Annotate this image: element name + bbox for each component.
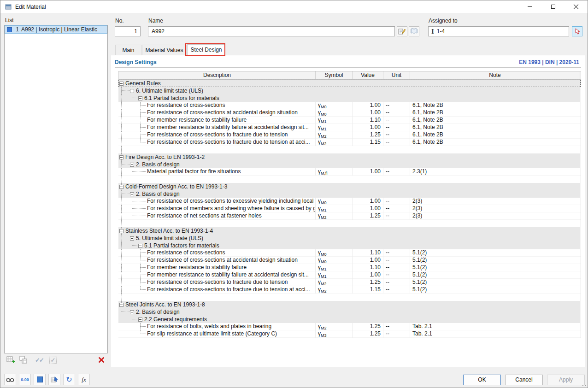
setting-note: 5.1(2): [410, 264, 580, 271]
table-row[interactable]: For resistance of cross-sections at acci…: [118, 109, 581, 117]
collapse-icon[interactable]: [119, 229, 123, 233]
resize-grip[interactable]: [580, 382, 586, 386]
setting-value[interactable]: 1.00: [353, 205, 383, 212]
table-row[interactable]: For resistance of bolts, welds and plate…: [118, 323, 581, 330]
minimize-button[interactable]: [518, 0, 541, 13]
table-group-row[interactable]: Fire Design Acc. to EN 1993-1-2: [118, 153, 581, 161]
setting-value[interactable]: 1.00: [353, 257, 383, 264]
color-swatch-button[interactable]: [34, 374, 46, 385]
collapse-icon[interactable]: [130, 89, 134, 93]
setting-value[interactable]: 1.00: [353, 102, 383, 109]
table-group-row[interactable]: 6.1 Partial factors for materials: [118, 94, 581, 102]
cancel-button[interactable]: Cancel: [505, 375, 543, 385]
setting-value[interactable]: 1.10: [353, 249, 383, 257]
table-group-row[interactable]: 2.2 General requirements: [118, 316, 581, 323]
table-row[interactable]: For member resistance to stability failu…: [118, 264, 581, 271]
table-group-row[interactable]: 5. Ultimate limit state (ULS): [118, 235, 581, 242]
setting-value[interactable]: 1.00: [353, 168, 383, 176]
edit-name-button[interactable]: [397, 26, 407, 36]
table-row[interactable]: For resistance of cross-sectionsγM01.00-…: [118, 102, 581, 109]
table-row[interactable]: For member resistance to stability failu…: [118, 271, 581, 279]
table-row[interactable]: For resistance of cross-sections to frac…: [118, 286, 581, 294]
material-name-input[interactable]: A992: [148, 26, 395, 36]
table-row[interactable]: For resistance of members and sheeting w…: [118, 205, 581, 212]
assigned-to-input[interactable]: I 1-4: [428, 26, 569, 36]
ok-button[interactable]: OK: [463, 375, 501, 385]
table-row[interactable]: For resistance of cross-sections to exce…: [118, 198, 581, 205]
collapse-icon[interactable]: [130, 236, 134, 241]
material-library-button[interactable]: [409, 26, 419, 36]
collapse-icon[interactable]: [138, 244, 142, 248]
table-group-row[interactable]: Cold-Formed Design Acc. to EN 1993-1-3: [118, 183, 581, 190]
setting-value[interactable]: 1.15: [353, 139, 383, 146]
table-row[interactable]: For resistance of cross-sectionsγM01.10-…: [118, 249, 581, 257]
collapse-icon[interactable]: [119, 82, 123, 86]
setting-value[interactable]: 1.25: [353, 330, 383, 338]
table-group-row[interactable]: 2. Basis of design: [118, 161, 581, 168]
formula-button[interactable]: fx: [78, 374, 90, 385]
collapse-icon[interactable]: [119, 303, 123, 307]
collapse-icon[interactable]: [119, 185, 123, 189]
select-dependent-button[interactable]: ✓✓: [34, 355, 45, 365]
collapse-icon[interactable]: [138, 317, 142, 322]
table-group-row[interactable]: Stainless Steel Acc. to EN 1993-1-4: [118, 227, 581, 235]
setting-symbol: γM2: [316, 286, 353, 294]
setting-value[interactable]: 1.25: [353, 279, 383, 286]
apply-button[interactable]: Apply: [547, 375, 585, 385]
table-spacer-row: [118, 176, 581, 183]
assign-table-button[interactable]: [48, 374, 60, 385]
units-settings-button[interactable]: 0.00: [19, 374, 31, 385]
table-group-row[interactable]: 2. Basis of design: [118, 190, 581, 198]
display-properties-button[interactable]: [4, 374, 16, 385]
setting-value[interactable]: 1.00: [353, 198, 383, 205]
setting-value[interactable]: 1.25: [353, 323, 383, 330]
refresh-button[interactable]: ↻: [63, 374, 75, 385]
new-material-button[interactable]: [5, 355, 16, 365]
list-item[interactable]: 1A992 | Isotropic | Linear Elastic: [5, 25, 107, 34]
setting-value[interactable]: 1.00: [353, 271, 383, 279]
collapse-icon[interactable]: [130, 192, 134, 196]
setting-note: 2(3): [410, 205, 580, 212]
collapse-icon[interactable]: [119, 155, 123, 159]
select-all-button[interactable]: ✓: [47, 355, 59, 365]
collapse-icon[interactable]: [130, 310, 134, 314]
table-row[interactable]: For resistance of cross-sections to frac…: [118, 139, 581, 146]
tab-steel-design[interactable]: Steel Design: [187, 44, 225, 55]
setting-value[interactable]: 1.25: [353, 131, 383, 139]
table-group-row[interactable]: 6. Ultimate limit state (ULS): [118, 87, 581, 94]
material-list[interactable]: 1A992 | Isotropic | Linear Elastic: [4, 25, 108, 353]
table-row[interactable]: For resistance of cross-sections to frac…: [118, 131, 581, 139]
tab-main[interactable]: Main: [115, 45, 141, 55]
setting-value[interactable]: 1.10: [353, 264, 383, 271]
setting-note: 5.1(2): [410, 279, 580, 286]
setting-value[interactable]: 1.10: [353, 117, 383, 124]
pick-objects-button[interactable]: [572, 26, 582, 36]
table-row[interactable]: For resistance of cross-sections to frac…: [118, 279, 581, 286]
table-row[interactable]: For slip resistance at ultimate limit st…: [118, 330, 581, 338]
collapse-icon[interactable]: [138, 96, 142, 100]
table-group-row[interactable]: 2. Basis of design: [118, 308, 581, 316]
design-standard-label[interactable]: EN 1993 | DIN | 2020-11: [519, 59, 579, 65]
close-button[interactable]: [564, 0, 588, 13]
delete-material-button[interactable]: [96, 355, 107, 365]
tab-material-values[interactable]: Material Values: [142, 45, 187, 55]
setting-value[interactable]: 1.00: [353, 109, 383, 117]
setting-symbol: γM0: [316, 109, 353, 117]
column-header-unit: Unit: [383, 71, 410, 79]
setting-value[interactable]: 1.15: [353, 286, 383, 294]
collapse-icon[interactable]: [130, 163, 134, 167]
table-group-row[interactable]: 5.1 Partial factors for materials: [118, 242, 581, 249]
table-row[interactable]: For member resistance to stability failu…: [118, 117, 581, 124]
table-row[interactable]: For resistance of net sections at fasten…: [118, 212, 581, 220]
maximize-button[interactable]: [541, 0, 564, 13]
copy-material-button[interactable]: [18, 355, 29, 365]
table-group-row[interactable]: General Rules: [118, 80, 581, 87]
table-group-row[interactable]: Steel Joints Acc. to EN 1993-1-8: [118, 301, 581, 308]
setting-value[interactable]: 1.25: [353, 212, 383, 220]
setting-value[interactable]: 1.00: [353, 124, 383, 131]
setting-description: For resistance of cross-sections to frac…: [118, 279, 316, 286]
table-row[interactable]: For resistance of cross-sections at acci…: [118, 257, 581, 264]
table-row[interactable]: Material partial factor for fire situati…: [118, 168, 581, 176]
table-spacer-row: [118, 146, 581, 153]
table-row[interactable]: For member resistance to stability failu…: [118, 124, 581, 131]
